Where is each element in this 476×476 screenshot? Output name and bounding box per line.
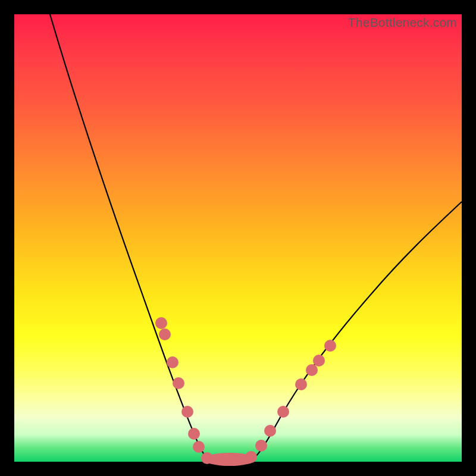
marker-dot xyxy=(313,355,325,367)
marker-dot xyxy=(295,378,307,390)
curve-layer xyxy=(14,14,462,462)
chart-stage: TheBottleneck.com xyxy=(0,0,476,476)
marker-dots xyxy=(155,317,336,466)
marker-dot xyxy=(193,441,205,453)
marker-dot xyxy=(324,340,336,352)
marker-dot xyxy=(245,451,257,463)
marker-dot xyxy=(188,428,200,440)
curve-left-branch xyxy=(50,14,211,461)
plot-area: TheBottleneck.com xyxy=(14,14,462,462)
marker-dot xyxy=(181,406,193,418)
marker-dot xyxy=(255,440,267,452)
curve-right-branch xyxy=(249,202,462,461)
marker-dot xyxy=(201,452,213,464)
marker-dot xyxy=(167,356,178,368)
marker-dot xyxy=(264,425,276,437)
marker-dot xyxy=(306,364,318,376)
marker-dot xyxy=(277,406,289,418)
marker-dot xyxy=(159,328,171,340)
marker-dot xyxy=(173,377,184,389)
marker-dot xyxy=(155,317,167,329)
